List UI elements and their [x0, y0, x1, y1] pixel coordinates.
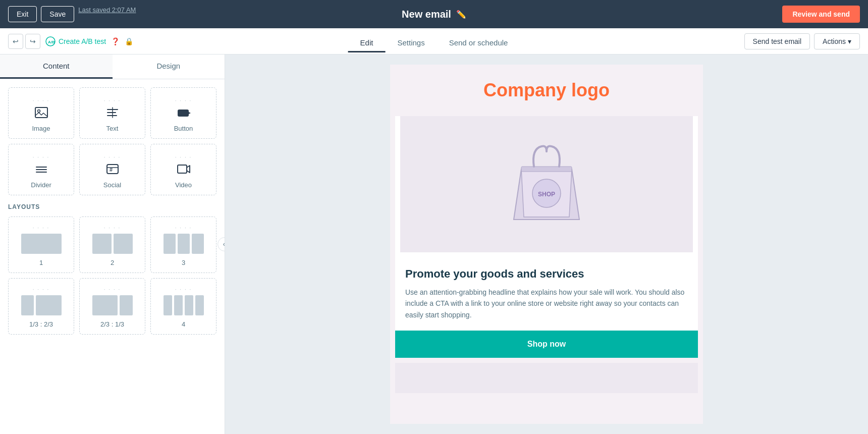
ab-test-icon: A/B — [45, 36, 56, 46]
svg-text:A/B: A/B — [48, 40, 55, 44]
exit-button[interactable]: Exit — [8, 6, 37, 22]
drag-dots-layout1: · · · · — [33, 225, 49, 231]
layout-col — [21, 295, 34, 315]
layout-item-2[interactable]: · · · · 2 — [79, 216, 145, 273]
divider-label: Divider — [31, 181, 51, 189]
email-title: New email — [402, 9, 451, 20]
divider-icon — [34, 162, 48, 176]
layout-preview-3 — [164, 234, 204, 254]
layout-col — [36, 295, 62, 315]
layout-col — [164, 295, 172, 315]
layout-preview-2-3-1-3 — [92, 295, 133, 315]
layout-col — [185, 295, 193, 315]
last-saved-label[interactable]: Last saved 2:07 AM — [78, 6, 136, 22]
email-canvas: Company logo — [390, 65, 703, 424]
svg-rect-19 — [521, 167, 572, 172]
image-icon — [34, 105, 48, 120]
actions-button[interactable]: Actions ▾ — [814, 33, 860, 49]
drag-dots-layout4: · · · · — [175, 287, 192, 292]
layout-col — [192, 234, 204, 254]
sidebar: Content Design « · · · · Image · · · · — [0, 55, 225, 434]
content-item-video[interactable]: · · · · Video — [150, 144, 216, 195]
second-bar: ↩ ↪ A/B Create A/B test ❓ 🔒 Edit Setting… — [0, 28, 868, 55]
content-item-text[interactable]: · · · · Text — [79, 87, 145, 139]
layout-item-4[interactable]: · · · · 4 — [150, 278, 216, 335]
layouts-section-label: LAYOUTS — [8, 203, 216, 210]
top-bar-right: Review and send — [782, 6, 860, 23]
layout-2-label: 2 — [111, 259, 114, 266]
ab-test-button[interactable]: A/B Create A/B test — [45, 36, 106, 46]
redo-button[interactable]: ↪ — [25, 34, 40, 49]
content-item-button[interactable]: · · · · Button — [150, 87, 216, 139]
top-bar-left: Exit Save Last saved 2:07 AM — [8, 6, 136, 22]
social-icon: # — [105, 162, 120, 176]
layout-col — [174, 295, 183, 315]
company-logo-area: Company logo — [390, 65, 703, 111]
text-icon — [105, 105, 120, 120]
second-bar-right: Send test email Actions ▾ — [744, 33, 860, 49]
tab-settings[interactable]: Settings — [385, 34, 437, 52]
undo-button[interactable]: ↩ — [8, 34, 23, 49]
top-bar-center: New email ✏️ — [402, 9, 466, 20]
button-icon — [177, 105, 191, 120]
edit-pencil-icon[interactable]: ✏️ — [456, 10, 466, 19]
drag-dots-video: · · · · — [175, 154, 192, 160]
drag-dots-layout-1-3: · · · · — [33, 287, 49, 292]
help-icon[interactable]: ❓ — [111, 37, 120, 45]
content-item-divider[interactable]: · · · · Divider — [8, 144, 74, 195]
drag-dots-layout3: · · · · — [175, 225, 192, 231]
svg-rect-8 — [178, 110, 189, 117]
drag-dots-image: · · · · — [33, 98, 49, 103]
content-item-social[interactable]: · · · · # Social — [79, 144, 145, 195]
undo-redo-group: ↩ ↪ — [8, 34, 40, 49]
layout-item-1[interactable]: · · · · 1 — [8, 216, 74, 273]
company-logo-text: Company logo — [483, 80, 610, 100]
drag-dots-divider: · · · · — [33, 154, 49, 160]
layout-col — [92, 234, 112, 254]
send-test-email-button[interactable]: Send test email — [744, 33, 810, 49]
layout-item-2-3-1-3[interactable]: · · · · 2/3 : 1/3 — [79, 278, 145, 335]
layout-col — [21, 234, 62, 254]
promote-heading: Promote your goods and services — [405, 267, 688, 281]
layout-item-3[interactable]: · · · · 3 — [150, 216, 216, 273]
drag-dots-text: · · · · — [104, 98, 121, 103]
actions-label: Actions — [823, 37, 846, 45]
layout-col — [178, 234, 190, 254]
sidebar-tab-content[interactable]: Content — [0, 55, 113, 79]
svg-marker-9 — [188, 112, 191, 115]
drag-dots-button: · · · · — [175, 98, 192, 103]
main-layout: Content Design « · · · · Image · · · · — [0, 55, 868, 434]
product-image-area: SHOP — [400, 116, 693, 252]
second-bar-tabs: Edit Settings Send or schedule — [348, 32, 520, 50]
layout-preview-2 — [92, 234, 133, 254]
tab-send-schedule[interactable]: Send or schedule — [437, 34, 520, 52]
image-label: Image — [32, 125, 50, 132]
content-item-image[interactable]: · · · · Image — [8, 87, 74, 139]
shop-now-button[interactable]: Shop now — [395, 331, 698, 358]
review-and-send-button[interactable]: Review and send — [782, 6, 860, 23]
chevron-down-icon: ▾ — [848, 37, 851, 45]
layout-preview-1-3-2-3 — [21, 295, 62, 315]
text-label: Text — [106, 125, 119, 132]
layout-col — [195, 295, 204, 315]
layout-4-label: 4 — [182, 320, 185, 328]
layout-2-3-1-3-label: 2/3 : 1/3 — [100, 320, 124, 328]
drag-dots-layout2: · · · · — [104, 225, 121, 231]
layout-item-1-3-2-3[interactable]: · · · · 1/3 : 2/3 — [8, 278, 74, 335]
layout-col — [164, 234, 176, 254]
save-button[interactable]: Save — [41, 6, 74, 22]
layout-col — [92, 295, 118, 315]
svg-rect-16 — [178, 165, 187, 173]
sidebar-tabs: Content Design — [0, 55, 225, 79]
sidebar-tab-design[interactable]: Design — [113, 55, 225, 79]
top-bar: Exit Save Last saved 2:07 AM New email ✏… — [0, 0, 868, 28]
layout-preview-4 — [164, 295, 204, 315]
drag-dots-social: · · · · — [104, 154, 121, 160]
tab-edit[interactable]: Edit — [348, 34, 386, 52]
layout-col — [114, 234, 133, 254]
layout-preview-1 — [21, 234, 62, 254]
sidebar-content: · · · · Image · · · · — [0, 79, 225, 343]
button-label: Button — [174, 125, 193, 132]
email-content-area: Promote your goods and services Use an a… — [395, 257, 698, 320]
video-icon — [177, 162, 191, 176]
